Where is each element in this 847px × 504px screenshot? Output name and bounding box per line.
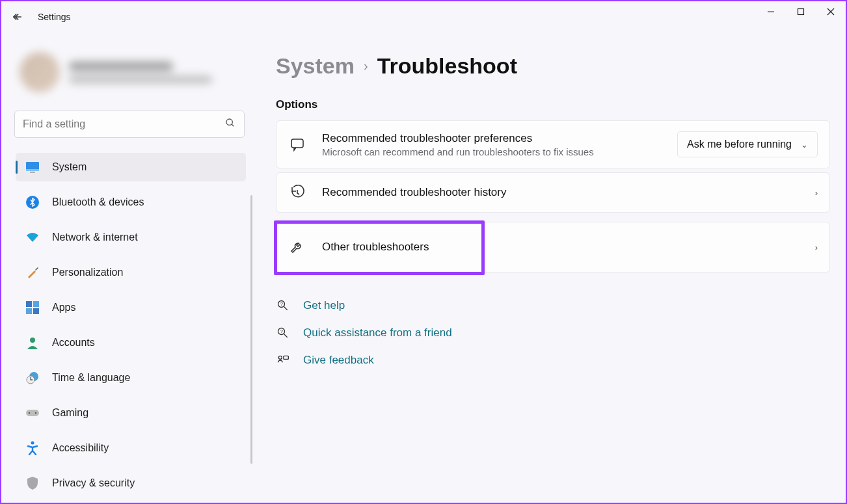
minimize-icon <box>767 8 775 16</box>
sidebar-item-label: Personalization <box>52 267 123 278</box>
link-text[interactable]: Quick assistance from a friend <box>303 326 452 339</box>
sidebar-item-label: Time & language <box>52 372 130 384</box>
chevron-right-icon: › <box>815 188 818 198</box>
back-button[interactable] <box>1 1 33 33</box>
section-title: Options <box>276 98 830 111</box>
svg-line-5 <box>232 124 234 126</box>
display-icon <box>25 159 40 175</box>
avatar <box>20 52 60 92</box>
help-icon: ? <box>276 298 290 313</box>
svg-text:?: ? <box>280 328 283 334</box>
svg-text:?: ? <box>280 301 283 307</box>
bluetooth-icon <box>25 194 40 210</box>
sidebar-item-label: Accessibility <box>52 442 109 454</box>
search-icon <box>225 118 235 131</box>
sidebar-scrollbar[interactable] <box>250 195 252 464</box>
sidebar-item-privacy[interactable]: Privacy & security <box>16 469 246 497</box>
maximize-button[interactable] <box>786 1 816 22</box>
person-icon <box>25 335 40 351</box>
search-input[interactable] <box>14 111 245 138</box>
wifi-icon <box>25 230 40 245</box>
sidebar: System Bluetooth & devices Network & int… <box>1 33 255 503</box>
help-link-feedback[interactable]: Give feedback <box>276 353 830 367</box>
svg-rect-13 <box>33 308 39 314</box>
wrench-icon <box>288 238 306 256</box>
card-troubleshooter-preferences: Recommended troubleshooter preferences M… <box>276 120 830 168</box>
chevron-right-icon: › <box>364 59 368 73</box>
apps-icon <box>25 300 40 315</box>
feedback-icon <box>276 353 290 367</box>
svg-rect-27 <box>284 356 289 359</box>
search-wrap <box>14 111 245 138</box>
sidebar-item-label: Apps <box>52 302 75 313</box>
sidebar-item-accounts[interactable]: Accounts <box>16 328 246 357</box>
preferences-dropdown[interactable]: Ask me before running ⌄ <box>677 131 818 157</box>
help-links: ? Get help ? Quick assistance from a fri… <box>276 298 830 367</box>
sidebar-item-bluetooth[interactable]: Bluetooth & devices <box>16 188 246 217</box>
sidebar-item-label: Gaming <box>52 407 88 419</box>
card-title: Other troubleshooters <box>322 241 815 254</box>
sidebar-item-label: Bluetooth & devices <box>52 196 144 208</box>
sidebar-item-accessibility[interactable]: Accessibility <box>16 434 246 462</box>
svg-point-26 <box>278 356 282 359</box>
clock-globe-icon <box>25 370 40 386</box>
breadcrumb: System › Troubleshoot <box>276 53 830 79</box>
help-icon: ? <box>276 326 290 340</box>
minimize-button[interactable] <box>756 1 786 22</box>
svg-rect-10 <box>26 301 32 307</box>
sidebar-item-network[interactable]: Network & internet <box>16 223 246 252</box>
window-controls <box>756 1 846 22</box>
close-button[interactable] <box>816 1 846 22</box>
svg-rect-17 <box>26 410 39 416</box>
svg-rect-8 <box>30 172 35 173</box>
card-title: Recommended troubleshooter preferences <box>322 132 677 145</box>
card-title: Recommended troubleshooter history <box>322 186 815 199</box>
link-text[interactable]: Get help <box>303 299 345 312</box>
svg-rect-11 <box>33 301 39 307</box>
svg-rect-21 <box>291 139 303 148</box>
dropdown-value: Ask me before running <box>687 139 792 150</box>
history-icon <box>288 183 306 202</box>
paintbrush-icon <box>25 265 40 280</box>
sidebar-item-gaming[interactable]: Gaming <box>16 399 246 427</box>
chat-icon <box>288 135 306 153</box>
sidebar-item-personalization[interactable]: Personalization <box>16 258 246 287</box>
content: System › Troubleshoot Options Recommende… <box>255 33 846 503</box>
help-link-quickassist[interactable]: ? Quick assistance from a friend <box>276 326 830 340</box>
sidebar-item-label: System <box>52 161 87 173</box>
card-subtitle: Microsoft can recommend and run troubles… <box>322 146 677 157</box>
svg-point-20 <box>31 442 34 445</box>
arrow-left-icon <box>11 11 23 23</box>
help-link-gethelp[interactable]: ? Get help <box>276 298 830 313</box>
svg-rect-1 <box>798 9 804 15</box>
svg-point-14 <box>30 338 35 343</box>
card-troubleshooter-history[interactable]: Recommended troubleshooter history › <box>276 172 830 213</box>
svg-rect-12 <box>26 308 32 314</box>
sidebar-item-system[interactable]: System <box>16 153 246 181</box>
svg-point-18 <box>29 412 30 414</box>
svg-point-19 <box>35 412 36 414</box>
sidebar-item-label: Accounts <box>52 337 95 349</box>
card-other-troubleshooters[interactable]: Other troubleshooters › <box>276 222 830 272</box>
breadcrumb-parent[interactable]: System <box>276 53 355 79</box>
link-text[interactable]: Give feedback <box>303 354 374 367</box>
profile-text <box>69 52 212 92</box>
window-title: Settings <box>38 12 71 22</box>
maximize-icon <box>797 8 805 16</box>
page-title: Troubleshoot <box>377 53 517 79</box>
titlebar: Settings <box>1 1 846 33</box>
chevron-right-icon: › <box>815 243 818 252</box>
chevron-down-icon: ⌄ <box>801 140 808 150</box>
svg-point-4 <box>226 119 232 125</box>
sidebar-item-label: Privacy & security <box>52 477 135 489</box>
sidebar-item-apps[interactable]: Apps <box>16 293 246 322</box>
shield-icon <box>25 475 40 491</box>
sidebar-item-time-language[interactable]: Time & language <box>16 364 246 392</box>
svg-rect-7 <box>26 169 39 171</box>
profile-section[interactable] <box>13 33 249 105</box>
nav: System Bluetooth & devices Network & int… <box>13 150 249 501</box>
accessibility-icon <box>25 440 40 456</box>
close-icon <box>827 8 835 16</box>
gamepad-icon <box>25 405 40 421</box>
sidebar-item-label: Network & internet <box>52 232 138 243</box>
